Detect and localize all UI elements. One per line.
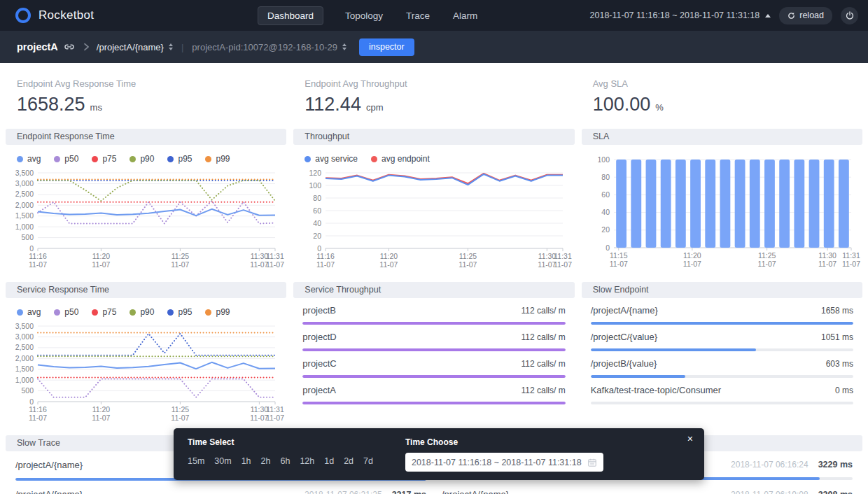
breadcrumb-divider: | (181, 42, 183, 52)
panel-header: SLA (582, 129, 862, 145)
legend-item-p99[interactable]: p99 (205, 154, 230, 164)
time-range-text: 2018-11-07 11:16:18 ~ 2018-11-07 11:31:1… (590, 10, 760, 20)
list-item[interactable]: /projectC/{value}1051 ms (591, 332, 853, 351)
list-item-labels: projectA112 calls/ m (302, 385, 565, 395)
trace-item-timestamp: 2018-11-07 06:16:24 (731, 460, 808, 470)
list-item[interactable]: /projectA/{name}1658 ms (591, 305, 853, 325)
time-option-2h[interactable]: 2h (261, 456, 271, 466)
trace-item[interactable]: /projectA/{name}2018-11-07 06:21:253217 … (15, 489, 426, 494)
list-item[interactable]: projectD112 calls/ m (302, 332, 565, 351)
endpoint-select[interactable]: /projectA/{name} (97, 42, 173, 52)
legend-item-p95[interactable]: p95 (167, 307, 192, 317)
svg-text:0: 0 (29, 397, 34, 406)
list-item[interactable]: projectC112 calls/ m (302, 358, 565, 378)
legend-dot-icon (205, 309, 211, 316)
legend-label: p50 (64, 307, 78, 317)
trace-item-labels: /projectA/{name}2018-11-07 06:19:083208 … (442, 489, 853, 494)
nav-tab-alarm[interactable]: Alarm (451, 7, 479, 24)
panel-header: Service Throughput (293, 282, 574, 298)
legend-item-p75[interactable]: p75 (92, 307, 116, 317)
legend-item-avg-service[interactable]: avg service (304, 154, 358, 164)
legend-item-p50[interactable]: p50 (54, 307, 78, 317)
svg-text:11-07: 11-07 (171, 260, 189, 269)
chart-legend: avg serviceavg endpoint (293, 145, 574, 167)
legend-dot-icon (17, 156, 23, 162)
time-range-input[interactable]: 2018-11-07 11:16:18 ~ 2018-11-07 11:31:1… (405, 453, 603, 472)
inspector-button[interactable]: inspector (359, 38, 414, 56)
svg-text:11-07: 11-07 (842, 260, 860, 268)
time-option-15m[interactable]: 15m (188, 456, 204, 466)
stat-value: 1658.25 (17, 94, 85, 115)
legend-item-avg[interactable]: avg (17, 307, 41, 317)
list-item[interactable]: projectB112 calls/ m (302, 305, 565, 325)
progress-fill (302, 375, 565, 378)
svg-text:11-07: 11-07 (29, 414, 47, 422)
close-icon[interactable]: × (687, 434, 693, 444)
svg-text:11:31: 11:31 (266, 252, 284, 260)
time-option-30m[interactable]: 30m (214, 456, 231, 466)
time-choose-label: Time Choose (405, 437, 603, 447)
svg-text:11:20: 11:20 (683, 251, 701, 260)
legend-item-p95[interactable]: p95 (167, 154, 192, 164)
instance-select[interactable]: projectA-pid:10072@192-168-10-29 (192, 42, 346, 52)
list-item-name: projectD (302, 332, 336, 342)
link-icon[interactable] (64, 41, 75, 52)
list-item-name: /projectA/{name} (591, 305, 658, 316)
chevron-right-icon (83, 43, 90, 51)
list-item-labels: Kafka/test-trace-topic/Consumer0 ms (591, 385, 853, 395)
progress-track (591, 402, 853, 404)
time-select-popup: Time Select 15m30m1h2h6h12h1d2d7d Time C… (174, 428, 704, 480)
nav-tab-topology[interactable]: Topology (344, 7, 384, 24)
nav-tab-dashboard[interactable]: Dashboard (258, 6, 323, 25)
legend-label: p75 (102, 154, 116, 164)
stat-value-row: 1658.25ms (17, 94, 286, 115)
time-option-1d[interactable]: 1d (324, 456, 334, 466)
svg-text:11-07: 11-07 (266, 414, 284, 422)
rocketbot-logo-icon (15, 8, 31, 23)
list-item-labels: /projectA/{name}1658 ms (591, 305, 853, 316)
legend-dot-icon (167, 156, 174, 162)
time-option-2d[interactable]: 2d (344, 456, 354, 466)
legend-dot-icon (205, 156, 211, 162)
progress-track (591, 348, 853, 351)
list-item[interactable]: /projectB/{value}603 ms (591, 358, 853, 378)
time-choose-group: Time Choose 2018-11-07 11:16:18 ~ 2018-1… (405, 437, 603, 471)
progress-fill (591, 375, 685, 378)
throughput-panel: Throughput avg serviceavg endpoint 02040… (293, 129, 574, 272)
service-name[interactable]: projectA (17, 41, 58, 52)
progress-track (591, 375, 853, 378)
time-range-display[interactable]: 2018-11-07 11:16:18 ~ 2018-11-07 11:31:1… (590, 10, 771, 20)
svg-text:20: 20 (601, 225, 610, 234)
power-button[interactable] (841, 7, 858, 24)
legend-dot-icon (304, 156, 311, 162)
legend-item-p50[interactable]: p50 (54, 154, 78, 164)
svg-text:0: 0 (29, 244, 34, 253)
list-item-labels: /projectB/{value}603 ms (591, 358, 853, 369)
trace-item-duration: 3217 ms (392, 490, 426, 494)
svg-text:11-07: 11-07 (266, 260, 284, 269)
legend-item-avg[interactable]: avg (17, 154, 41, 164)
progress-fill (302, 402, 565, 404)
trace-item[interactable]: /projectA/{name}2018-11-07 06:19:083208 … (442, 489, 853, 494)
legend-item-avg-endpoint[interactable]: avg endpoint (371, 154, 430, 164)
time-option-6h[interactable]: 6h (280, 456, 290, 466)
progress-fill (302, 322, 565, 325)
legend-label: p75 (102, 307, 116, 317)
stat-value: 100.00 (593, 94, 651, 115)
reload-label: reload (799, 10, 824, 20)
svg-text:11-07: 11-07 (92, 414, 110, 422)
list-item[interactable]: Kafka/test-trace-topic/Consumer0 ms (591, 385, 853, 404)
legend-item-p75[interactable]: p75 (92, 154, 116, 164)
reload-button[interactable]: reload (779, 7, 832, 24)
legend-item-p90[interactable]: p90 (130, 154, 154, 164)
time-option-1h[interactable]: 1h (241, 456, 251, 466)
svg-text:11:25: 11:25 (172, 405, 190, 414)
legend-item-p99[interactable]: p99 (205, 307, 230, 317)
time-option-7d[interactable]: 7d (363, 456, 373, 466)
nav-tab-trace[interactable]: Trace (405, 7, 431, 24)
stat-value-row: 100.00% (593, 94, 862, 115)
legend-item-p90[interactable]: p90 (130, 307, 154, 317)
list-item-name: projectA (302, 385, 336, 395)
time-option-12h[interactable]: 12h (300, 456, 314, 466)
list-item[interactable]: projectA112 calls/ m (302, 385, 565, 404)
